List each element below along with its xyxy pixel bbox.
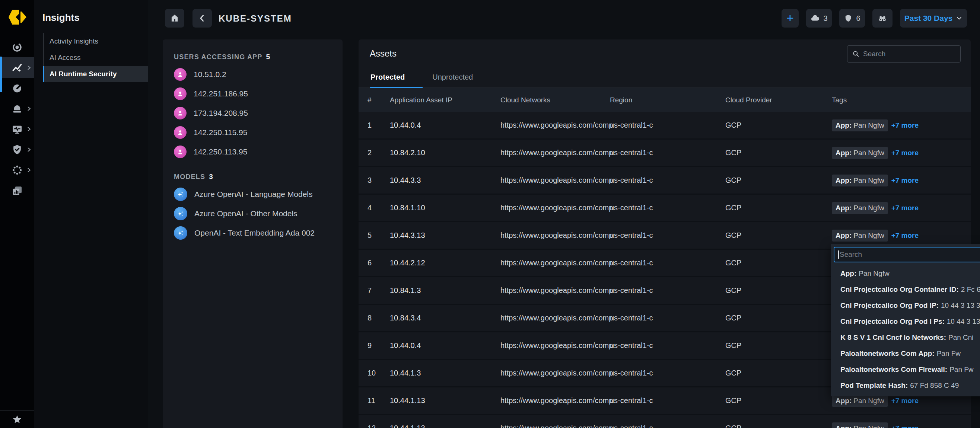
user-avatar-icon (174, 87, 186, 100)
rail-item-alerts[interactable] (0, 98, 34, 119)
cell-row-number: 5 (368, 231, 390, 240)
cell-cloud-network: https://www.googleapis.com/comp (500, 176, 610, 185)
users-section-header: USERS ACCESSING APP5 (174, 53, 331, 61)
cell-region: us-central1-c (610, 396, 725, 405)
chevron-right-icon (27, 147, 31, 152)
tag-chip[interactable]: App:Pan Ngfw (832, 119, 888, 132)
cloud-icon (810, 13, 820, 23)
more-tags-link[interactable]: +7 more (891, 397, 919, 405)
tag-chip[interactable]: App:Pan Ngfw (832, 230, 888, 241)
tag-dropdown-item[interactable]: Paloaltonetworks Com Firewall:Pan Fw (831, 361, 980, 377)
rail-item-reports[interactable] (0, 180, 34, 201)
rail-item-radar[interactable] (0, 37, 34, 57)
model-list-item[interactable]: Azure OpenAI - Language Models (174, 185, 331, 204)
users-count: 5 (266, 53, 271, 61)
table-row[interactable]: 12 10.44.1.13 https://www.googleapis.com… (359, 415, 971, 428)
rail-item-insights[interactable] (0, 57, 34, 78)
cell-tags: App:Pan Ngfw +7 more (832, 422, 962, 428)
star-icon[interactable] (11, 414, 23, 425)
user-list-item[interactable]: 173.194.208.95 (174, 103, 331, 123)
chevron-right-icon (27, 168, 31, 173)
more-tags-link[interactable]: +7 more (891, 231, 919, 240)
more-tags-link[interactable]: +7 more (891, 424, 919, 428)
tag-dropdown-item[interactable]: Cni Projectcalico Org Pod IP:10 44 3 13 … (831, 297, 980, 313)
shield-check-icon (11, 144, 23, 155)
more-tags-link[interactable]: +7 more (891, 204, 919, 212)
cell-row-number: 8 (368, 314, 390, 322)
tag-dropdown-item[interactable]: Cni Projectcalico Org Pod I Ps:10 44 3 1… (831, 313, 980, 330)
protection-status-button[interactable]: 6 (839, 9, 865, 27)
back-button[interactable] (192, 9, 212, 27)
cell-cloud-provider: GCP (725, 258, 832, 267)
app-summary-panel: USERS ACCESSING APP5 10.51.0.2 142.251.1… (163, 40, 342, 428)
rail-item-dashboard[interactable] (0, 78, 34, 98)
user-avatar-icon (174, 107, 186, 119)
cell-cloud-provider: GCP (725, 341, 832, 350)
table-row[interactable]: 1 10.44.0.4 https://www.googleapis.com/c… (359, 112, 971, 139)
cell-region: us-central1-c (610, 204, 725, 212)
user-list-item[interactable]: 142.250.113.95 (174, 142, 331, 162)
cloud-accounts-button[interactable]: 3 (806, 9, 832, 27)
nav-item[interactable]: AI Runtime Security (43, 66, 148, 82)
logo-right-shape (21, 11, 26, 23)
table-row[interactable]: 2 10.84.2.10 https://www.googleapis.com/… (359, 139, 971, 167)
cell-asset-ip: 10.84.3.4 (390, 314, 500, 322)
tags-dropdown-search-input[interactable] (840, 250, 980, 258)
tag-chip[interactable]: App:Pan Ngfw (832, 202, 888, 214)
model-list-item[interactable]: OpenAI - Text Embedding Ada 002 (174, 223, 331, 243)
cell-region: us-central1-c (610, 176, 725, 185)
tab-unprotected[interactable]: Unprotected (429, 73, 481, 88)
assets-title: Assets (370, 48, 396, 59)
table-row[interactable]: 3 10.44.3.3 https://www.googleapis.com/c… (359, 167, 971, 195)
rail-item-runtime[interactable] (0, 160, 34, 180)
tag-dropdown-item[interactable]: App:Pan Ngfw (831, 265, 980, 281)
more-tags-link[interactable]: +7 more (891, 176, 919, 185)
monitor-pulse-icon (11, 123, 23, 135)
cell-row-number: 4 (368, 204, 390, 212)
assets-search[interactable] (847, 45, 961, 62)
user-avatar-icon (174, 126, 186, 139)
cell-cloud-provider: GCP (725, 369, 832, 377)
column-header: Cloud Provider (725, 96, 832, 104)
nav-item[interactable]: AI Access (43, 49, 148, 66)
tag-dropdown-item[interactable]: Pod Template Hash:67 Fd 858 C 49 (831, 377, 980, 393)
more-tags-link[interactable]: +7 more (891, 149, 919, 157)
home-button[interactable] (165, 9, 184, 27)
model-list-item[interactable]: Azure OpenAI - Other Models (174, 204, 331, 223)
user-list-item[interactable]: 10.51.0.2 (174, 65, 331, 84)
user-avatar-icon (174, 146, 186, 158)
tag-chip[interactable]: App:Pan Ngfw (832, 174, 888, 187)
cell-row-number: 6 (368, 258, 390, 267)
tags-dropdown-search[interactable] (834, 247, 980, 262)
more-tags-link[interactable]: +7 more (891, 121, 919, 130)
models-section-header: MODELS3 (174, 173, 331, 181)
tag-chip[interactable]: App:Pan Ngfw (832, 147, 888, 159)
rail-item-compliance[interactable] (0, 139, 34, 160)
user-list-item[interactable]: 142.250.115.95 (174, 123, 331, 142)
cell-cloud-provider: GCP (725, 149, 832, 157)
time-range-selector[interactable]: Past 30 Days (900, 9, 967, 27)
model-sparkle-icon (174, 226, 187, 240)
tag-dropdown-item[interactable]: Cni Projectcalico Org Container ID:2 Fc … (831, 281, 980, 297)
user-list-item[interactable]: 142.251.186.95 (174, 84, 331, 103)
tag-dropdown-item[interactable]: K 8 S V 1 Cni Cncf Io Networks:Pan Cni (831, 330, 980, 346)
tab-protected[interactable]: Protected (370, 73, 423, 88)
discovery-button[interactable] (872, 9, 892, 27)
tag-dropdown-item[interactable]: Paloaltonetworks Com App:Pan Fw (831, 346, 980, 361)
nav-item[interactable]: Activity Insights (43, 33, 148, 49)
cell-row-number: 2 (368, 149, 390, 157)
table-row[interactable]: 4 10.84.1.10 https://www.googleapis.com/… (359, 195, 971, 222)
user-ip: 173.194.208.95 (194, 109, 248, 117)
model-sparkle-icon (174, 187, 187, 201)
tag-chip[interactable]: App:Pan Ngfw (832, 422, 888, 428)
top-bar: KUBE-SYSTEM + 3 6 Past 30 Days (148, 0, 980, 40)
add-button[interactable]: + (781, 9, 799, 27)
chevron-down-icon (956, 15, 963, 22)
tag-chip[interactable]: App:Pan Ngfw (832, 395, 888, 407)
rail-item-monitoring[interactable] (0, 119, 34, 139)
assets-search-input[interactable] (863, 50, 955, 58)
brand-logo[interactable] (7, 7, 27, 27)
cell-asset-ip: 10.84.1.3 (390, 286, 500, 295)
cell-cloud-provider: GCP (725, 231, 832, 240)
model-name: Azure OpenAI - Language Models (194, 190, 313, 199)
